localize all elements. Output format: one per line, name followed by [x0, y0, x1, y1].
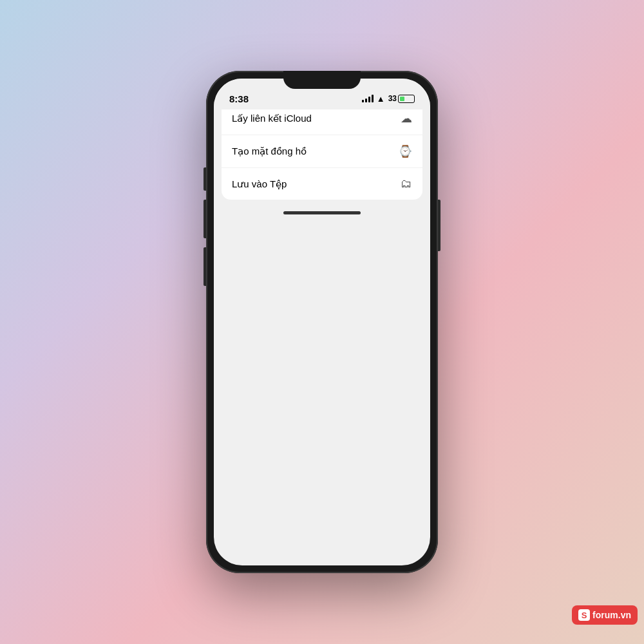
cloud-icon: ☁ — [401, 111, 412, 126]
icloud-link-label: Lấy liên kết iCloud — [232, 113, 312, 124]
phone-frame: 8:38 ▲ 33 — [206, 71, 438, 573]
battery-label: 33 — [388, 94, 397, 103]
forum-s-logo: S — [578, 609, 590, 621]
status-time: 8:38 — [229, 93, 249, 104]
volume-down-button[interactable] — [204, 247, 206, 286]
watch-icon: ⌚ — [398, 144, 412, 158]
battery-body — [398, 95, 415, 103]
status-icons: ▲ 33 — [362, 94, 415, 104]
notch — [283, 71, 361, 89]
forum-badge: S forum.vn — [572, 605, 638, 625]
signal-icon — [362, 95, 374, 102]
forum-name: forum.vn — [592, 610, 631, 620]
volume-up-button[interactable] — [204, 200, 206, 238]
share-sheet: ⊕ 1 AirDrop 💬 Tin nhắn — [214, 109, 430, 220]
folder-icon: 🗂 — [401, 177, 412, 191]
watch-face-item[interactable]: Tạo mặt đồng hồ ⌚ — [222, 135, 422, 168]
battery-indicator: 33 — [388, 94, 415, 103]
save-files-label: Lưu vào Tệp — [232, 178, 287, 190]
home-bar — [283, 211, 361, 214]
watch-face-label: Tạo mặt đồng hồ — [232, 146, 307, 157]
icloud-link-item[interactable]: Lấy liên kết iCloud ☁ — [222, 109, 422, 135]
home-indicator — [214, 205, 430, 220]
battery-fill — [400, 97, 404, 101]
wifi-icon: ▲ — [377, 94, 385, 104]
mute-button[interactable] — [204, 167, 206, 191]
action-menu: Sao chép ảnh ⧉ Chia sẻ trong album 📤 Thê… — [222, 109, 422, 200]
save-files-item[interactable]: Lưu vào Tệp 🗂 — [222, 168, 422, 200]
content-area: Đã chọn 1 ảnh Tùy chọn › ✕ — [214, 109, 430, 220]
power-button[interactable] — [438, 200, 440, 251]
phone-screen: 8:38 ▲ 33 — [214, 79, 430, 565]
